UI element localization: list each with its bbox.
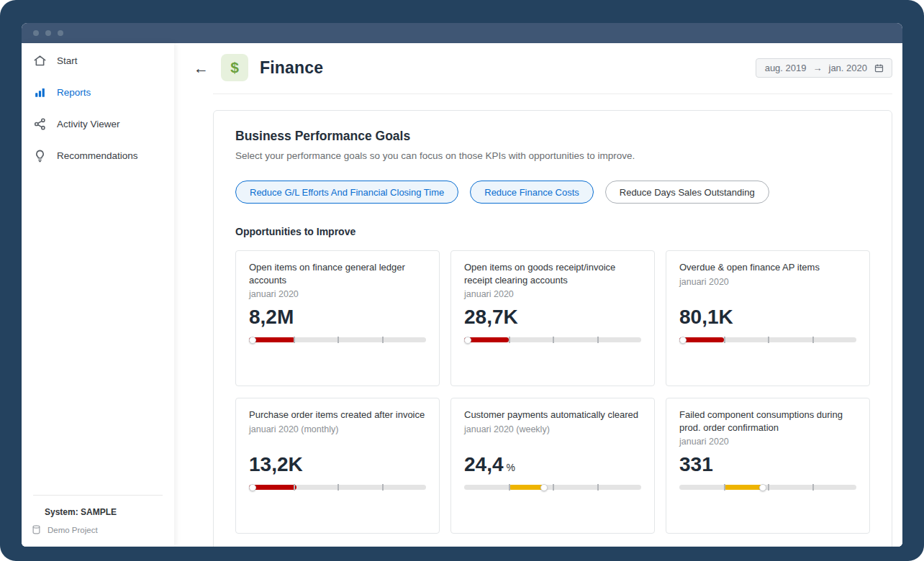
project-label: Demo Project (47, 526, 98, 534)
kpi-card[interactable]: Overdue & open finance AP items januari … (666, 250, 870, 386)
kpi-title: Overdue & open finance AP items (679, 261, 856, 274)
bar-tick (812, 484, 814, 491)
kpi-card[interactable]: Open items on finance general ledger acc… (235, 250, 440, 386)
bar-tick (768, 337, 769, 343)
bar-tick (768, 484, 769, 491)
arrow-right-icon: → (813, 63, 823, 73)
sidebar-footer: System: SAMPLE Demo Project (22, 495, 174, 547)
bar-tick (597, 484, 599, 491)
kpi-period: januari 2020 (679, 277, 856, 287)
kpi-title: Customer payments automatically cleared (464, 409, 641, 421)
kpi-value: 331 (679, 453, 856, 476)
kpi-title: Open items on finance general ledger acc… (249, 261, 426, 286)
database-icon (31, 524, 42, 535)
kpi-progress-bar (464, 485, 641, 490)
app-body: Start Reports Activity Viewer (22, 43, 902, 547)
business-performance-goals-card: Business Performance Goals Select your p… (213, 110, 892, 547)
window-dot-icon (45, 30, 51, 36)
date-range-picker[interactable]: aug. 2019 → jan. 2020 (756, 58, 892, 78)
main-content: ← $ Finance aug. 2019 → jan. 2020 Busine… (174, 43, 902, 547)
bar-tick (509, 484, 510, 491)
bar-tick (338, 337, 339, 343)
bar-tick (724, 337, 725, 343)
kpi-value: 80,1K (679, 306, 856, 329)
bar-tick (724, 484, 725, 491)
sidebar-item-label: Recommendations (57, 150, 138, 161)
kpi-progress-bar (679, 337, 856, 342)
page-header: ← $ Finance aug. 2019 → jan. 2020 (174, 43, 902, 81)
bar-tick (294, 484, 295, 491)
goal-button-reduce-finance-costs[interactable]: Reduce Finance Costs (470, 181, 594, 204)
kpi-value-number: 28,7K (464, 306, 518, 329)
kpi-title: Failed component consumptions during pro… (679, 409, 856, 434)
goal-button-reduce-days-sales-outstanding[interactable]: Reduce Days Sales Outstanding (605, 181, 769, 204)
device-frame: Start Reports Activity Viewer (0, 0, 924, 561)
header-divider (213, 94, 892, 94)
window-dot-icon (33, 30, 39, 36)
kpi-period: januari 2020 (679, 437, 856, 447)
bar-tick (294, 337, 295, 343)
bar-tick (509, 337, 510, 343)
project-row[interactable]: Demo Project (22, 524, 174, 535)
page-title: Finance (260, 58, 323, 78)
kpi-progress-bar (679, 485, 856, 490)
sidebar: Start Reports Activity Viewer (22, 43, 174, 547)
bar-tick (338, 484, 339, 491)
back-button[interactable]: ← (194, 60, 209, 76)
kpi-card[interactable]: Failed component consumptions during pro… (666, 398, 870, 534)
kpi-title: Purchase order items created after invoi… (249, 409, 426, 421)
kpi-value-number: 13,2K (249, 453, 303, 476)
kpi-progress-bar (249, 485, 426, 490)
date-range-start: aug. 2019 (765, 63, 807, 73)
bar-tick (812, 337, 814, 343)
kpi-value: 8,2M (249, 306, 426, 329)
bar-tick (382, 337, 384, 343)
share-network-icon (33, 117, 47, 131)
bar-chart-icon (33, 86, 47, 99)
kpi-value-number: 8,2M (249, 306, 294, 329)
kpi-progress-bar (249, 337, 426, 342)
sidebar-item-label: Activity Viewer (57, 119, 120, 129)
kpi-value-number: 24,4 (464, 453, 504, 476)
system-label: System: SAMPLE (22, 507, 174, 517)
sidebar-item-start[interactable]: Start (22, 45, 174, 76)
goal-buttons: Reduce G/L Efforts And Financial Closing… (235, 181, 870, 204)
kpi-card[interactable]: Purchase order items created after invoi… (235, 398, 440, 534)
kpi-card[interactable]: Customer payments automatically cleared … (450, 398, 655, 534)
window-titlebar[interactable] (22, 23, 902, 43)
kpi-grid: Open items on finance general ledger acc… (235, 250, 870, 534)
kpi-value-number: 331 (679, 453, 713, 476)
sidebar-item-activity-viewer[interactable]: Activity Viewer (22, 108, 174, 140)
sidebar-item-label: Start (57, 55, 78, 66)
kpi-period: januari 2020 (464, 289, 641, 299)
app-window: Start Reports Activity Viewer (22, 23, 902, 547)
kpi-period: januari 2020 (weekly) (464, 424, 641, 434)
home-icon (33, 54, 47, 68)
kpi-value: 13,2K (249, 453, 426, 476)
lightbulb-icon (33, 149, 47, 163)
sidebar-item-reports[interactable]: Reports (22, 76, 174, 108)
calendar-icon (874, 63, 884, 73)
goals-title: Business Performance Goals (235, 129, 870, 144)
kpi-value-unit: % (507, 462, 515, 473)
window-dot-icon (58, 30, 63, 36)
sidebar-nav: Start Reports Activity Viewer (22, 43, 174, 171)
bar-tick (553, 337, 554, 343)
kpi-title: Open items on goods receipt/invoice rece… (464, 261, 641, 286)
goal-button-reduce-gl-efforts[interactable]: Reduce G/L Efforts And Financial Closing… (235, 181, 458, 204)
finance-dollar-icon: $ (221, 54, 248, 81)
kpi-value: 28,7K (464, 306, 641, 329)
opportunities-title: Opportunities to Improve (235, 226, 870, 237)
sidebar-item-recommendations[interactable]: Recommendations (22, 140, 174, 171)
kpi-period: januari 2020 (249, 289, 426, 299)
kpi-value-number: 80,1K (679, 306, 733, 329)
kpi-progress-bar (464, 337, 641, 342)
date-range-end: jan. 2020 (829, 63, 868, 73)
kpi-card[interactable]: Open items on goods receipt/invoice rece… (450, 250, 655, 386)
sidebar-footer-divider (33, 495, 163, 496)
bar-tick (597, 337, 599, 343)
kpi-value: 24,4 % (464, 453, 641, 476)
sidebar-item-label: Reports (57, 87, 91, 98)
kpi-period: januari 2020 (monthly) (249, 424, 426, 434)
bar-tick (382, 484, 384, 491)
